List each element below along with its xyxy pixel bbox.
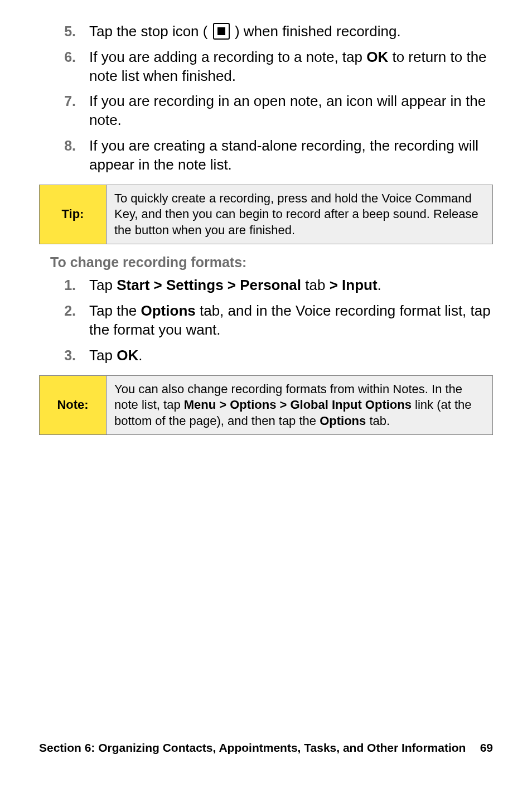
- text-fragment: Tap the: [89, 302, 141, 319]
- page-footer: Section 6: Organizing Contacts, Appointm…: [39, 741, 493, 755]
- list-item: 3. Tap OK.: [39, 346, 493, 365]
- item-number: 7.: [39, 92, 89, 110]
- text-fragment: ) when finished recording.: [235, 23, 401, 40]
- list-item: 5. Tap the stop icon ( ) when finished r…: [39, 22, 493, 41]
- item-text: If you are creating a stand-alone record…: [89, 137, 493, 175]
- note-callout: Note: You can also change recording form…: [39, 375, 493, 436]
- page-number: 69: [471, 741, 493, 755]
- tip-callout: Tip: To quickly create a recording, pres…: [39, 185, 493, 245]
- item-text: If you are recording in an open note, an…: [89, 92, 493, 130]
- bold-text: Start > Settings > Personal: [117, 277, 301, 293]
- bold-text: Menu > Options > Global Input Options: [184, 398, 412, 412]
- item-number: 8.: [39, 137, 89, 155]
- text-fragment: tab: [301, 277, 330, 293]
- text-fragment: Tap: [89, 347, 117, 364]
- bold-text: > Input: [330, 277, 378, 293]
- footer-section-title: Section 6: Organizing Contacts, Appointm…: [39, 741, 466, 754]
- subheading: To change recording formats:: [50, 254, 493, 270]
- item-text: Tap the Options tab, and in the Voice re…: [89, 302, 493, 340]
- instruction-list-1: 5. Tap the stop icon ( ) when finished r…: [39, 22, 493, 175]
- tip-body: To quickly create a recording, press and…: [107, 185, 492, 244]
- list-item: 2. Tap the Options tab, and in the Voice…: [39, 302, 493, 340]
- page: 5. Tap the stop icon ( ) when finished r…: [0, 0, 532, 788]
- note-body: You can also change recording formats fr…: [107, 376, 492, 435]
- stop-icon: [213, 23, 230, 40]
- note-label: Note:: [40, 376, 107, 435]
- item-number: 2.: [39, 302, 89, 320]
- text-fragment: tab.: [366, 414, 390, 428]
- text-fragment: .: [138, 347, 142, 364]
- list-item: 7. If you are recording in an open note,…: [39, 92, 493, 130]
- item-number: 1.: [39, 276, 89, 294]
- list-item: 1. Tap Start > Settings > Personal tab >…: [39, 276, 493, 295]
- bold-text: OK: [366, 49, 388, 65]
- list-item: 6. If you are adding a recording to a no…: [39, 48, 493, 86]
- item-text: Tap OK.: [89, 346, 493, 365]
- item-number: 5.: [39, 22, 89, 41]
- bold-text: OK: [117, 347, 138, 364]
- bold-text: Options: [320, 414, 366, 428]
- item-text: Tap the stop icon ( ) when finished reco…: [89, 22, 493, 41]
- text-fragment: Tap: [89, 277, 117, 293]
- bold-text: Options: [141, 302, 196, 319]
- text-fragment: .: [378, 277, 381, 293]
- tip-label: Tip:: [40, 185, 107, 244]
- item-number: 3.: [39, 346, 89, 365]
- item-text: If you are adding a recording to a note,…: [89, 48, 493, 86]
- item-text: Tap Start > Settings > Personal tab > In…: [89, 276, 493, 295]
- text-fragment: If you are adding a recording to a note,…: [89, 49, 366, 65]
- instruction-list-2: 1. Tap Start > Settings > Personal tab >…: [39, 276, 493, 365]
- list-item: 8. If you are creating a stand-alone rec…: [39, 137, 493, 175]
- text-fragment: Tap the stop icon (: [89, 23, 207, 40]
- item-number: 6.: [39, 48, 89, 66]
